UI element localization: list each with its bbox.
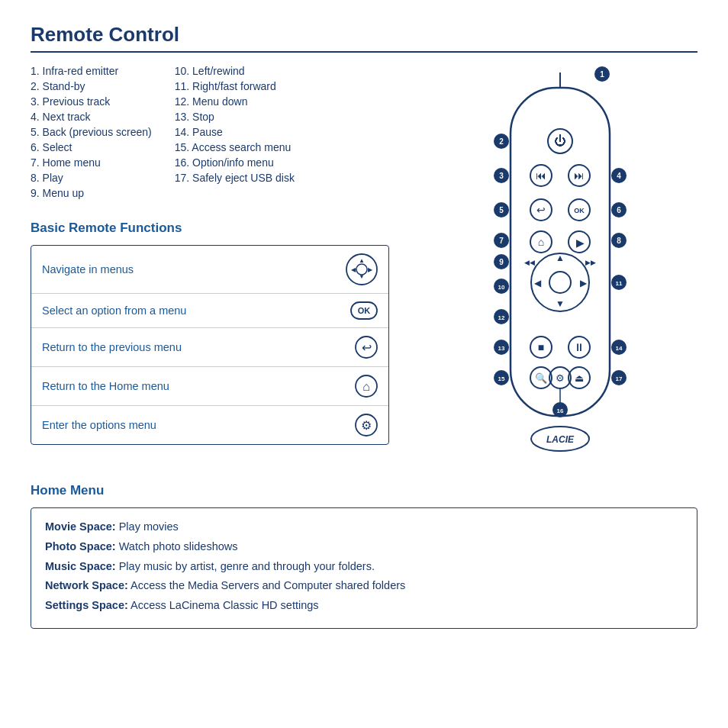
numbered-item: 11. Right/fast forward	[175, 80, 295, 92]
svg-text:⏏: ⏏	[575, 372, 584, 384]
svg-text:15: 15	[498, 375, 505, 382]
svg-text:LACIE: LACIE	[546, 434, 575, 445]
svg-text:▲: ▲	[556, 253, 565, 263]
svg-text:9: 9	[499, 258, 504, 266]
numbered-item: 9. Menu up	[31, 187, 152, 199]
svg-text:12: 12	[498, 314, 505, 321]
remote-diagram: 1 2 ⏻ 3 ⏮ ⏭ 4 5	[469, 65, 697, 465]
page-title: Remote Control	[31, 23, 697, 53]
svg-text:⏮: ⏮	[536, 169, 546, 182]
svg-text:◀◀: ◀◀	[524, 259, 535, 266]
svg-text:◀: ◀	[351, 266, 356, 273]
numbered-item: 16. Option/info menu	[175, 156, 295, 169]
function-label: Return to the previous menu	[42, 341, 182, 353]
home-menu-box: Movie Space: Play moviesPhoto Space: Wat…	[31, 507, 697, 629]
function-label: Enter the options menu	[42, 419, 156, 431]
svg-text:⌂: ⌂	[362, 380, 370, 393]
numbered-item: 1. Infra-red emitter	[31, 65, 152, 77]
home-menu-title: Home Menu	[31, 483, 697, 498]
svg-text:OK: OK	[358, 306, 371, 315]
function-icon-back: ↩	[355, 336, 378, 359]
home-menu-item: Settings Space: Access LaCinema Classic …	[45, 598, 683, 614]
svg-text:▶: ▶	[576, 237, 585, 249]
svg-text:🔍: 🔍	[535, 372, 548, 385]
function-icon-ok: OK	[350, 301, 378, 320]
svg-text:1: 1	[600, 70, 604, 79]
svg-text:4: 4	[617, 172, 621, 180]
function-row: Navigate in menus ▲ ▼ ◀ ▶	[31, 246, 388, 294]
numbered-item: 7. Home menu	[31, 156, 152, 169]
numbered-item: 5. Back (previous screen)	[31, 126, 152, 138]
numbered-item: 3. Previous track	[31, 95, 152, 108]
function-icon-dpad: ▲ ▼ ◀ ▶	[346, 253, 378, 285]
svg-text:3: 3	[499, 172, 504, 180]
numbered-item: 13. Stop	[175, 111, 295, 123]
svg-text:⚙: ⚙	[361, 419, 372, 432]
svg-text:10: 10	[498, 284, 505, 291]
svg-text:OK: OK	[574, 207, 585, 214]
svg-point-51	[549, 272, 571, 293]
home-menu-item: Photo Space: Watch photo slideshows	[45, 539, 683, 556]
svg-text:▶▶: ▶▶	[585, 259, 596, 266]
numbered-item: 2. Stand-by	[31, 80, 152, 92]
svg-text:5: 5	[499, 206, 504, 214]
svg-text:⚙: ⚙	[556, 372, 565, 384]
numbered-item: 17. Safely eject USB disk	[175, 172, 295, 184]
svg-text:8: 8	[617, 237, 621, 245]
svg-text:⏸: ⏸	[574, 341, 585, 353]
function-row: Enter the options menu ⚙	[31, 406, 388, 444]
svg-text:16: 16	[557, 407, 564, 414]
svg-text:7: 7	[499, 237, 504, 245]
numbered-item: 6. Select	[31, 141, 152, 153]
svg-text:14: 14	[616, 345, 623, 352]
svg-text:↩: ↩	[362, 341, 372, 354]
function-label: Navigate in menus	[42, 263, 134, 275]
svg-text:11: 11	[616, 280, 623, 287]
home-menu-section: Home Menu Movie Space: Play moviesPhoto …	[31, 483, 697, 629]
home-menu-item: Movie Space: Play movies	[45, 519, 683, 536]
function-row: Return to the Home menu ⌂	[31, 367, 388, 406]
svg-text:⌂: ⌂	[538, 236, 544, 248]
svg-text:6: 6	[617, 206, 621, 214]
svg-text:2: 2	[499, 137, 504, 146]
svg-text:▶: ▶	[368, 266, 373, 273]
svg-text:▼: ▼	[556, 298, 565, 309]
home-menu-item: Music Space: Play music by artist, genre…	[45, 559, 683, 575]
svg-text:▲: ▲	[359, 257, 365, 264]
svg-text:17: 17	[616, 375, 623, 382]
function-row: Select an option from a menu OK	[31, 294, 388, 328]
svg-text:▼: ▼	[359, 273, 365, 280]
svg-text:◀: ◀	[534, 278, 542, 288]
svg-text:▶: ▶	[580, 278, 588, 288]
function-label: Select an option from a menu	[42, 304, 186, 317]
function-label: Return to the Home menu	[42, 380, 169, 392]
numbered-list-col2: 10. Left/rewind11. Right/fast forward12.…	[175, 65, 295, 202]
functions-table: Navigate in menus ▲ ▼ ◀ ▶ Select an opti…	[31, 245, 389, 445]
numbered-item: 14. Pause	[175, 126, 295, 138]
numbered-list-col1: 1. Infra-red emitter2. Stand-by3. Previo…	[31, 65, 152, 202]
function-row: Return to the previous menu ↩	[31, 328, 388, 367]
numbered-item: 15. Access search menu	[175, 141, 295, 153]
svg-text:■: ■	[538, 341, 544, 353]
numbered-item: 10. Left/rewind	[175, 65, 295, 77]
numbered-item: 8. Play	[31, 172, 152, 184]
svg-text:⏻: ⏻	[554, 134, 566, 147]
svg-text:⏭: ⏭	[574, 169, 585, 182]
svg-text:↩: ↩	[536, 204, 546, 216]
basic-functions-title: Basic Remote Functions	[31, 221, 453, 236]
home-menu-item: Network Space: Access the Media Servers …	[45, 578, 683, 594]
numbered-item: 4. Next track	[31, 111, 152, 123]
function-icon-home: ⌂	[355, 375, 378, 398]
svg-text:13: 13	[498, 345, 505, 352]
numbered-item: 12. Menu down	[175, 95, 295, 108]
function-icon-gear: ⚙	[355, 414, 378, 436]
